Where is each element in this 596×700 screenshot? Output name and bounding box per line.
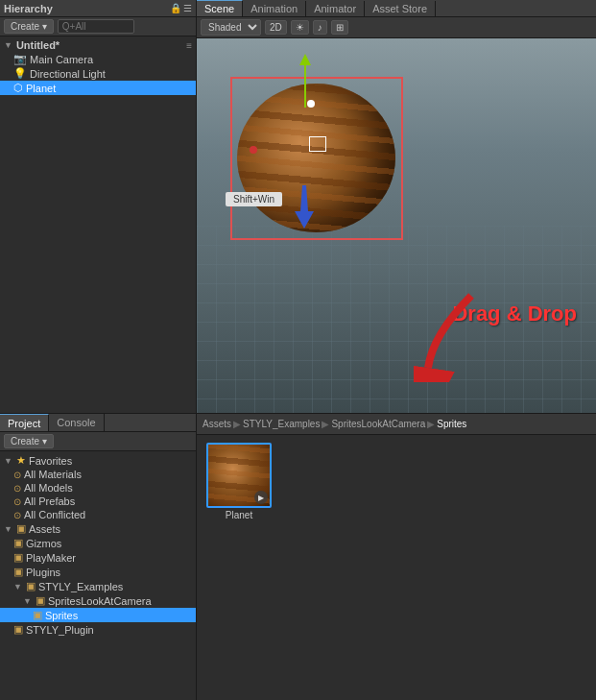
gizmo-y-arrow: [304, 60, 306, 108]
asset-item-planet[interactable]: ▶ Planet: [204, 443, 274, 520]
audio-toggle-button[interactable]: ♪: [313, 20, 327, 35]
hierarchy-search-input[interactable]: [58, 19, 134, 34]
menu-icon: ☰: [183, 3, 192, 13]
all-conflicted-label: All Conflicted: [24, 509, 85, 520]
project-create-button[interactable]: Create ▾: [4, 434, 54, 448]
all-prefabs-label: All Prefabs: [24, 495, 75, 507]
lighting-toggle-button[interactable]: ☀: [291, 20, 309, 35]
light-icon: 💡: [13, 67, 27, 80]
assets-expand-icon: ▼: [4, 524, 12, 534]
planet-selection-box: [230, 77, 403, 240]
planet-thumbnail[interactable]: ▶: [206, 443, 272, 508]
gizmos-label: Gizmos: [26, 538, 61, 549]
all-materials-label: All Materials: [24, 469, 82, 480]
tab-animator[interactable]: Animator: [306, 1, 365, 16]
tab-project[interactable]: Project: [0, 414, 49, 431]
all-conflicted-item[interactable]: ⊙ All Conflicted: [0, 508, 196, 521]
search-circle-icon-4: ⊙: [13, 510, 21, 520]
breadcrumb-sprites-look[interactable]: SpritesLookAtCamera: [331, 419, 425, 429]
breadcrumb-assets[interactable]: Assets: [203, 419, 231, 429]
shading-mode-select[interactable]: Shaded: [201, 19, 261, 36]
breadcrumb-sep-1: ▶: [233, 419, 241, 429]
assets-section[interactable]: ▼ ▣ Assets: [0, 521, 196, 536]
breadcrumb-styly-examples[interactable]: STYLY_Examples: [243, 419, 320, 429]
main-camera-label: Main Camera: [30, 54, 93, 65]
shift-win-hint: Shift+Win: [226, 192, 282, 206]
scene-viewport[interactable]: Shift+Win Drag & Drop: [197, 38, 596, 413]
gizmo-x-handle: [250, 146, 257, 154]
all-models-item[interactable]: ⊙ All Models: [0, 481, 196, 495]
animation-tab-label: Animation: [250, 3, 298, 14]
search-circle-icon-2: ⊙: [13, 483, 21, 494]
styly-examples-label: STYLY_Examples: [38, 581, 123, 592]
playmaker-label: PlayMaker: [26, 552, 76, 564]
project-tabs: Project Console: [0, 414, 196, 432]
plugins-folder[interactable]: ▣ Plugins: [0, 565, 196, 579]
breadcrumb-bar: Assets ▶ STYLY_Examples ▶ SpritesLookAtC…: [197, 414, 596, 435]
project-create-bar: Create ▾: [0, 432, 196, 451]
tab-animation[interactable]: Animation: [243, 1, 306, 16]
drag-drop-arrow: [414, 286, 490, 384]
sprites-look-folder-icon: ▣: [36, 594, 45, 607]
lock-icon: 🔒: [170, 3, 181, 13]
scene-tabs: Scene Animation Animator Asset Store: [197, 0, 596, 17]
asset-play-icon: ▶: [254, 491, 268, 504]
animator-tab-label: Animator: [314, 3, 356, 14]
hierarchy-item-directional-light[interactable]: 💡 Directional Light: [0, 66, 196, 81]
styly-examples-folder-icon: ▣: [26, 580, 36, 592]
planet-icon: ⬡: [13, 82, 23, 94]
all-materials-item[interactable]: ⊙ All Materials: [0, 468, 196, 481]
favorites-star-icon: ★: [16, 454, 26, 467]
scene-root-label: Untitled*: [16, 39, 60, 51]
project-tree: ▼ ★ Favorites ⊙ All Materials ⊙ All Mode…: [0, 451, 196, 700]
hierarchy-header-icons: 🔒 ☰: [170, 3, 192, 13]
planet-asset-label: Planet: [226, 510, 252, 520]
tab-asset-store[interactable]: Asset Store: [365, 1, 436, 16]
search-circle-icon: ⊙: [13, 470, 21, 480]
hierarchy-panel: Hierarchy 🔒 ☰ Create ▾ ▼ Untitled* ≡ 📷 M…: [0, 0, 197, 413]
search-circle-icon-3: ⊙: [13, 496, 21, 507]
hierarchy-scene-root[interactable]: ▼ Untitled* ≡: [0, 38, 196, 52]
sprites-folder[interactable]: ▣ Sprites: [0, 608, 196, 622]
camera-icon: 📷: [13, 53, 27, 65]
all-models-label: All Models: [24, 482, 73, 494]
display-options-button[interactable]: ⊞: [331, 20, 348, 35]
styly-examples-expand-icon: ▼: [13, 582, 22, 591]
asset-store-tab-label: Asset Store: [372, 3, 427, 14]
project-tab-label: Project: [8, 418, 40, 429]
gizmos-folder[interactable]: ▣ Gizmos: [0, 536, 196, 550]
all-prefabs-item[interactable]: ⊙ All Prefabs: [0, 495, 196, 508]
gizmos-folder-icon: ▣: [13, 537, 23, 549]
styly-plugin-folder[interactable]: ▣ STYLY_Plugin: [0, 622, 196, 637]
hierarchy-item-main-camera[interactable]: 📷 Main Camera: [0, 52, 196, 66]
tab-console[interactable]: Console: [49, 414, 104, 431]
tab-scene[interactable]: Scene: [197, 0, 243, 16]
plugins-folder-icon: ▣: [13, 566, 23, 578]
asset-grid: ▶ Planet: [197, 435, 596, 700]
planet-label: Planet: [26, 83, 56, 94]
sprites-look-at-camera-folder[interactable]: ▼ ▣ SpritesLookAtCamera: [0, 593, 196, 608]
breadcrumb-sprites[interactable]: Sprites: [437, 419, 466, 429]
plugins-label: Plugins: [26, 567, 60, 578]
favorites-section[interactable]: ▼ ★ Favorites: [0, 453, 196, 468]
planet-object: [237, 84, 395, 232]
hierarchy-title: Hierarchy: [4, 3, 53, 14]
scene-tab-label: Scene: [204, 3, 234, 14]
sprites-label: Sprites: [45, 610, 78, 621]
hierarchy-create-bar: Create ▾: [0, 17, 196, 36]
playmaker-folder[interactable]: ▣ PlayMaker: [0, 550, 196, 565]
hierarchy-header: Hierarchy 🔒 ☰: [0, 0, 196, 17]
breadcrumb-sep-3: ▶: [427, 419, 435, 429]
sprites-folder-icon: ▣: [33, 609, 42, 621]
scene-panel: Scene Animation Animator Asset Store Sha…: [197, 0, 596, 413]
styly-examples-folder[interactable]: ▼ ▣ STYLY_Examples: [0, 579, 196, 593]
sprites-look-expand-icon: ▼: [23, 596, 32, 606]
arrow-svg: [414, 286, 490, 382]
breadcrumb-sep-2: ▶: [322, 419, 329, 429]
2d-toggle-button[interactable]: 2D: [265, 20, 287, 35]
hierarchy-create-button[interactable]: Create ▾: [4, 19, 54, 34]
gizmo-y-arrowhead: [299, 54, 311, 65]
assets-folder-icon: ▣: [16, 522, 26, 535]
hierarchy-item-planet[interactable]: ⬡ Planet: [0, 81, 196, 95]
playmaker-folder-icon: ▣: [13, 551, 23, 564]
